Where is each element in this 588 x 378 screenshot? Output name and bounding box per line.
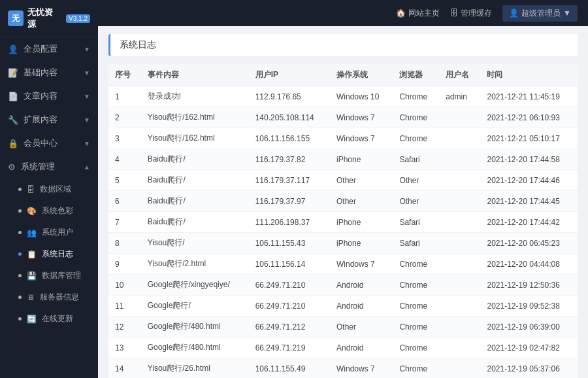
cell-event: Google爬行/480.html bbox=[141, 337, 249, 358]
sidebar-item-text-content[interactable]: 📄 文章内容 ▼ bbox=[0, 84, 98, 108]
sidebar-item-basic-content[interactable]: 📝 基础内容 ▼ bbox=[0, 61, 98, 84]
cell-browser: Chrome bbox=[393, 337, 439, 358]
cell-event: Yisou爬行/26.html bbox=[141, 358, 249, 379]
cell-ip: 106.11.155.49 bbox=[249, 358, 330, 379]
cell-ip: 66.249.71.210 bbox=[249, 275, 330, 296]
table-row: 9 Yisou爬行/2.html 106.11.156.14 Windows 7… bbox=[108, 254, 578, 275]
sidebar-item-server-info[interactable]: 🖥 服务器信息 bbox=[0, 286, 98, 308]
table-header-row: 序号 事件内容 用户IP 操作系统 浏览器 用户名 时间 bbox=[108, 64, 578, 86]
dot-icon bbox=[18, 296, 22, 299]
extend-content-icon: 🔧 bbox=[8, 115, 18, 125]
cell-id: 14 bbox=[108, 358, 141, 379]
content-area: 系统日志 序号 事件内容 用户IP 操作系统 浏览器 用户名 时间 1 登 bbox=[98, 26, 588, 378]
cell-browser: Chrome bbox=[393, 275, 439, 296]
cell-time: 2021-12-20 17:44:45 bbox=[480, 191, 578, 212]
table-row: 10 Google爬行/xingyeqiye/ 66.249.71.210 An… bbox=[108, 275, 578, 296]
cell-event: Google爬行/ bbox=[141, 296, 249, 317]
sidebar-item-data-backup[interactable]: 💾 数据库管理 bbox=[0, 265, 98, 286]
col-header-event: 事件内容 bbox=[141, 64, 249, 86]
dot-icon bbox=[18, 274, 22, 277]
sidebar-item-member-center[interactable]: 🔒 会员中心 ▼ bbox=[0, 131, 98, 155]
cell-os: iPhone bbox=[330, 212, 393, 233]
cell-browser: Other bbox=[393, 170, 439, 191]
cell-browser: Chrome bbox=[393, 317, 439, 337]
arrow-icon: ▼ bbox=[84, 46, 90, 53]
user-icon: 👤 bbox=[509, 9, 519, 18]
cell-id: 3 bbox=[108, 128, 141, 149]
system-manage-icon: ⚙ bbox=[8, 162, 16, 172]
home-link[interactable]: 🏠 网站主页 bbox=[396, 8, 440, 19]
sidebar-item-online-update[interactable]: 🔄 在线更新 bbox=[0, 308, 98, 330]
cell-time: 2021-12-20 17:44:42 bbox=[480, 212, 578, 233]
cell-user bbox=[439, 107, 480, 128]
cell-time: 2021-12-19 02:47:82 bbox=[480, 337, 578, 358]
dropdown-icon: ▼ bbox=[563, 9, 571, 18]
sidebar-item-system-user[interactable]: 👥 系统用户 bbox=[0, 222, 98, 243]
cell-event: Baidu爬行/ bbox=[141, 191, 249, 212]
user-menu-button[interactable]: 👤 超级管理员 ▼ bbox=[502, 5, 578, 22]
cell-ip: 116.179.37.82 bbox=[249, 149, 330, 170]
submenu-item-label: 数据库管理 bbox=[42, 270, 81, 281]
sidebar-item-label: 基础内容 bbox=[24, 67, 57, 78]
cell-time: 2021-12-19 09:52:38 bbox=[480, 296, 578, 317]
cell-browser: Chrome bbox=[393, 358, 439, 379]
dot-icon bbox=[18, 188, 22, 191]
cell-id: 13 bbox=[108, 337, 141, 358]
sidebar-item-label: 系统管理 bbox=[21, 161, 55, 173]
cell-event: Google爬行/480.html bbox=[141, 317, 249, 337]
sidebar-item-data-area[interactable]: 🗄 数据区域 bbox=[0, 179, 98, 200]
cell-id: 6 bbox=[108, 191, 141, 212]
cell-id: 5 bbox=[108, 170, 141, 191]
online-update-icon: 🔄 bbox=[27, 315, 37, 324]
sidebar-item-label: 全员配置 bbox=[24, 43, 57, 55]
sidebar-item-system-log[interactable]: 📋 系统日志 bbox=[0, 243, 98, 265]
basic-content-icon: 📝 bbox=[8, 68, 18, 78]
table-row: 6 Baidu爬行/ 116.179.37.97 Other Other 202… bbox=[108, 191, 578, 212]
cell-browser: Chrome bbox=[393, 128, 439, 149]
sidebar-item-member-settings[interactable]: 👤 全员配置 ▼ bbox=[0, 37, 98, 61]
submenu-item-label: 在线更新 bbox=[42, 313, 73, 324]
table-row: 11 Google爬行/ 66.249.71.210 Android Chrom… bbox=[108, 296, 578, 317]
cell-ip: 66.249.71.212 bbox=[249, 317, 330, 337]
sidebar-item-extend-content[interactable]: 🔧 扩展内容 ▼ bbox=[0, 108, 98, 131]
table-row: 13 Google爬行/480.html 66.249.71.219 Andro… bbox=[108, 337, 578, 358]
manage-cache-link[interactable]: 🗄 管理缓存 bbox=[450, 8, 492, 19]
table-row: 4 Baidu爬行/ 116.179.37.82 iPhone Safari 2… bbox=[108, 149, 578, 170]
cell-os: Windows 7 bbox=[330, 358, 393, 379]
cell-user bbox=[439, 128, 480, 149]
cell-event: Yisou爬行/ bbox=[141, 233, 249, 254]
cell-id: 4 bbox=[108, 149, 141, 170]
cell-os: Windows 7 bbox=[330, 254, 393, 275]
system-user-icon: 👥 bbox=[27, 228, 37, 237]
cell-id: 8 bbox=[108, 233, 141, 254]
arrow-icon: ▼ bbox=[84, 116, 90, 124]
cell-ip: 106.11.156.155 bbox=[249, 128, 330, 149]
col-header-os: 操作系统 bbox=[330, 64, 393, 86]
cell-ip: 140.205.108.114 bbox=[249, 107, 330, 128]
cell-id: 9 bbox=[108, 254, 141, 275]
arrow-icon: ▼ bbox=[84, 69, 90, 77]
top-header: 🏠 网站主页 🗄 管理缓存 👤 超级管理员 ▼ bbox=[98, 0, 588, 26]
cell-ip: 106.11.155.43 bbox=[249, 233, 330, 254]
cell-os: Other bbox=[330, 170, 393, 191]
logo-version: V3.1.2 bbox=[66, 14, 90, 23]
cell-time: 2021-12-20 04:44:08 bbox=[480, 254, 578, 275]
arrow-icon: ▼ bbox=[84, 140, 90, 147]
cell-time: 2021-12-20 06:45:23 bbox=[480, 233, 578, 254]
cell-browser: Other bbox=[393, 191, 439, 212]
sidebar-item-label: 文章内容 bbox=[24, 90, 57, 102]
logo-area: 无 无忧资源 V3.1.2 bbox=[0, 0, 98, 37]
cell-user bbox=[439, 212, 480, 233]
table-row: 14 Yisou爬行/26.html 106.11.155.49 Windows… bbox=[108, 358, 578, 379]
sidebar-item-system-manage[interactable]: ⚙ 系统管理 ▲ bbox=[0, 155, 98, 179]
cell-os: Windows 10 bbox=[330, 86, 393, 107]
sidebar: 无 无忧资源 V3.1.2 👤 全员配置 ▼ 📝 基础内容 ▼ 📄 文章内容 ▼… bbox=[0, 0, 98, 378]
sidebar-item-system-color[interactable]: 🎨 系统色彩 bbox=[0, 200, 98, 222]
member-center-icon: 🔒 bbox=[8, 139, 18, 148]
submenu-item-label: 系统色彩 bbox=[42, 205, 73, 216]
cell-event: Google爬行/xingyeqiye/ bbox=[141, 275, 249, 296]
cell-ip: 66.249.71.219 bbox=[249, 337, 330, 358]
arrow-up-icon: ▲ bbox=[84, 163, 90, 171]
cell-user bbox=[439, 275, 480, 296]
cell-event: Baidu爬行/ bbox=[141, 212, 249, 233]
